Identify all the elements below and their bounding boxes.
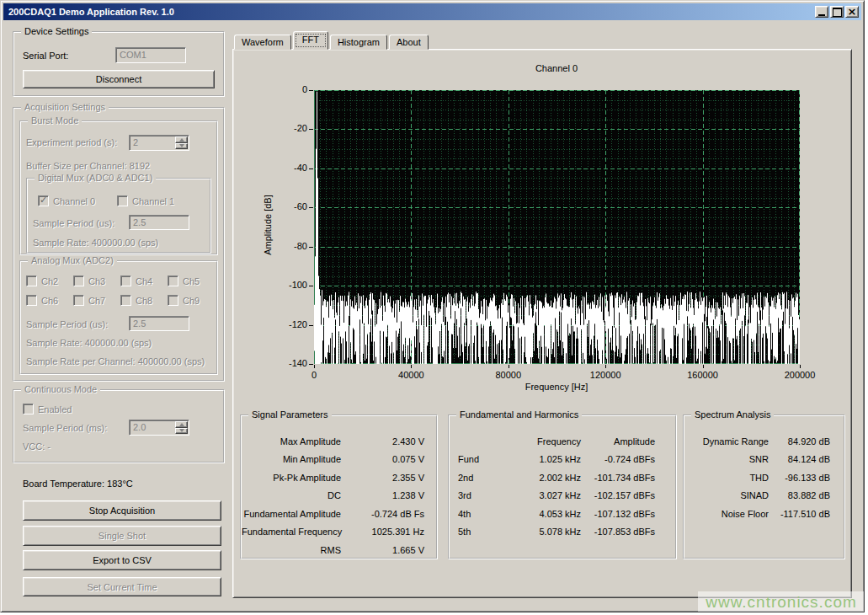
- amplitude-column-header: Amplitude: [581, 436, 675, 447]
- spin-up-icon[interactable]: [175, 136, 188, 143]
- serial-port-field[interactable]: COM1: [115, 47, 186, 63]
- channel-0-checkbox[interactable]: [38, 195, 49, 206]
- close-icon[interactable]: [845, 6, 859, 18]
- metric-value: -117.510 dB: [769, 509, 844, 519]
- y-tick-mark: [309, 90, 313, 91]
- harmonic-row: 4th4.053 kHz-107.132 dBFs: [450, 505, 675, 523]
- board-temperature-text: Board Temperature: 183°C: [23, 479, 133, 489]
- analog-sample-rate-text: Sample Rate: 400000.00 (sps): [26, 338, 152, 348]
- y-tick-label: -60: [277, 201, 307, 211]
- y-tick-label: 0: [277, 84, 307, 94]
- export-to-csv-button[interactable]: Export to CSV: [23, 550, 221, 570]
- harmonic-name: Fund: [450, 454, 497, 464]
- ch5-checkbox[interactable]: [168, 275, 178, 286]
- ch7-checkbox[interactable]: [73, 295, 84, 306]
- harmonic-row: 3rd3.027 kHz-102.157 dBFs: [450, 487, 675, 505]
- harmonic-name: 3rd: [450, 490, 497, 500]
- ch4-checkbox[interactable]: [120, 275, 131, 286]
- parameter-label: RMS: [242, 545, 341, 555]
- tab-fft[interactable]: FFT: [293, 31, 328, 50]
- metric-label: Dynamic Range: [684, 436, 769, 447]
- y-tick-mark: [309, 207, 313, 208]
- signal-parameters-group: Signal Parameters Max Amplitude2.430 VMi…: [240, 414, 438, 559]
- buffer-size-text: Buffer Size per Channel: 8192: [26, 161, 150, 171]
- digital-sample-period-label: Sample Period (us):: [33, 218, 114, 228]
- harmonic-name: 4th: [450, 509, 497, 519]
- device-settings-title: Device Settings: [21, 26, 92, 37]
- y-tick-label: -80: [277, 241, 307, 251]
- title-bar[interactable]: 200CDAQ1 Demo Application Rev. 1.0: [3, 3, 861, 20]
- channel-1-checkbox[interactable]: [117, 195, 128, 206]
- experiment-period-spinner[interactable]: 2: [129, 135, 189, 151]
- spectrum-analysis-row: SINAD83.882 dB: [684, 487, 844, 505]
- parameter-value: 1.665 V: [341, 545, 436, 555]
- ch9-label: Ch9: [183, 296, 200, 306]
- harmonic-name: 2nd: [450, 473, 497, 483]
- spectrum-analysis-row: SNR84.124 dB: [684, 451, 844, 469]
- signal-parameter-row: Pk-Pk Amplitude2.355 V: [242, 468, 436, 487]
- chart-title: Channel 0: [388, 63, 725, 73]
- signal-parameter-row: RMS1.665 V: [242, 541, 436, 559]
- continuous-mode-title: Continuous Mode: [21, 384, 100, 395]
- y-tick-mark: [309, 129, 313, 130]
- harmonic-amplitude: -107.132 dBFs: [581, 509, 675, 519]
- signal-parameter-row: DC1.238 V: [242, 487, 436, 505]
- spin-down-icon[interactable]: [175, 143, 188, 150]
- analog-mux-grid: Ch2Ch3Ch4Ch5Ch6Ch7Ch8Ch9: [26, 275, 213, 316]
- set-current-time-button[interactable]: Set Current Time: [23, 577, 221, 596]
- tab-histogram[interactable]: Histogram: [330, 35, 387, 50]
- app-window: 200CDAQ1 Demo Application Rev. 1.0 Devic…: [0, 0, 865, 612]
- metric-label: Noise Floor: [684, 509, 769, 519]
- enabled-checkbox[interactable]: [23, 404, 34, 414]
- disconnect-button[interactable]: Disconnect: [23, 70, 215, 88]
- ch6-checkbox[interactable]: [26, 295, 37, 306]
- parameter-label: DC: [242, 490, 341, 500]
- serial-port-label: Serial Port:: [23, 51, 68, 61]
- metric-label: THD: [684, 473, 769, 483]
- spectrum-analysis-row: Dynamic Range84.920 dB: [684, 432, 844, 451]
- fft-plot-canvas: [314, 90, 800, 364]
- harmonics-header-row: Frequency Amplitude: [450, 432, 675, 451]
- harmonic-name: 5th: [450, 527, 497, 537]
- tab-about[interactable]: About: [389, 35, 429, 50]
- harmonic-amplitude: -101.734 dBFs: [581, 473, 675, 483]
- harmonic-frequency: 2.002 kHz: [497, 473, 581, 483]
- ch8-checkbox[interactable]: [120, 295, 131, 306]
- signal-parameters-title: Signal Parameters: [248, 409, 332, 420]
- y-tick-label: -120: [277, 319, 307, 329]
- y-tick-mark: [309, 364, 313, 365]
- maximize-icon[interactable]: [830, 6, 844, 18]
- x-tick-label: 40000: [377, 370, 445, 380]
- single-shot-button[interactable]: Single Shot: [23, 526, 221, 546]
- x-tick-mark: [800, 365, 801, 368]
- metric-value: -96.133 dB: [769, 473, 844, 483]
- ch5-label: Ch5: [183, 276, 200, 286]
- spectrum-analysis-row: THD-96.133 dB: [684, 468, 844, 487]
- digital-mux-title: Digital Mux (ADC0 & ADC1): [35, 173, 156, 184]
- parameter-value: 1025.391 Hz: [342, 527, 436, 537]
- parameter-value: 2.430 V: [341, 436, 436, 447]
- harmonics-rows: Frequency Amplitude Fund1.025 kHz-0.724 …: [450, 416, 675, 541]
- spin-up-icon[interactable]: [175, 421, 188, 428]
- harmonics-group: Fundamental and Harmonics Frequency Ampl…: [448, 414, 677, 559]
- x-tick-mark: [605, 365, 606, 368]
- ch9-checkbox[interactable]: [168, 295, 178, 306]
- harmonic-row: 5th5.078 kHz-107.853 dBFs: [450, 523, 675, 542]
- stop-acquisition-button[interactable]: Stop Acquisition: [23, 500, 221, 521]
- spin-down-icon[interactable]: [175, 428, 188, 435]
- ch3-checkbox[interactable]: [73, 275, 84, 286]
- harmonic-frequency: 5.078 kHz: [497, 527, 581, 537]
- x-tick-label: 200000: [766, 370, 833, 380]
- y-axis-label: Amplitude [dB]: [263, 170, 273, 280]
- minimize-icon[interactable]: [815, 6, 828, 18]
- y-tick-label: -40: [277, 163, 307, 173]
- digital-sample-period-field[interactable]: 2.5: [129, 215, 189, 230]
- analog-sample-period-field[interactable]: 2.5: [129, 316, 189, 331]
- ch7-label: Ch7: [88, 296, 105, 306]
- tab-waveform[interactable]: Waveform: [234, 35, 291, 50]
- continuous-sample-period-spinner[interactable]: 2.0: [129, 420, 189, 436]
- watermark: www.cntronics.com: [698, 591, 865, 612]
- harmonic-frequency: 4.053 kHz: [497, 509, 581, 519]
- ch2-checkbox[interactable]: [26, 275, 37, 286]
- metric-value: 84.124 dB: [769, 454, 844, 464]
